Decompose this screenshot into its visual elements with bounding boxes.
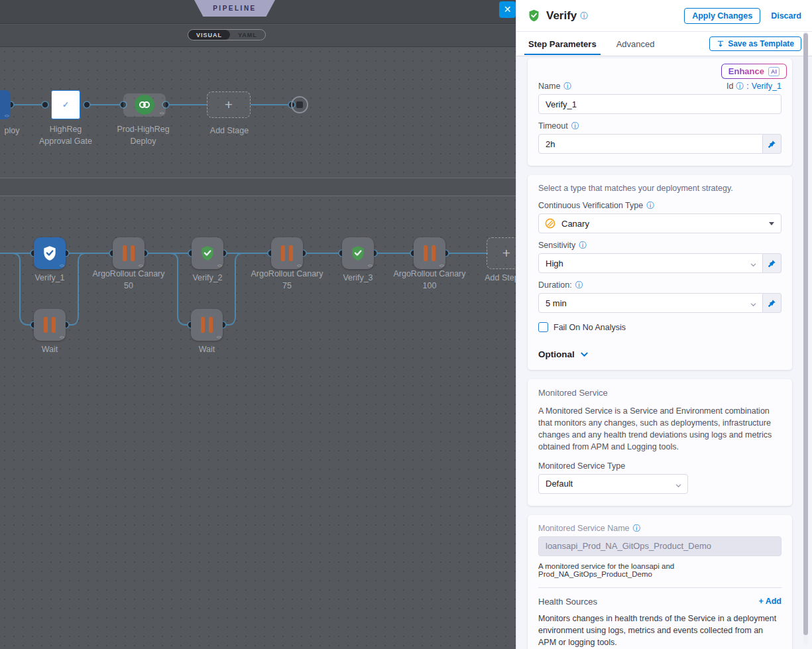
enhance-button[interactable]: Enhance AI [721, 64, 787, 79]
sensitivity-pin-button[interactable] [763, 253, 782, 273]
stage-node-deploy-partial[interactable]: <> [0, 90, 11, 119]
divider [538, 587, 782, 588]
sensitivity-label: Sensitivityⓘ [538, 241, 587, 250]
health-sources-description: Monitors changes in health trends of the… [538, 613, 782, 648]
info-icon[interactable]: ⓘ [633, 524, 641, 532]
apply-changes-button[interactable]: Apply Changes [684, 8, 760, 24]
panel-title: Verify [546, 9, 577, 23]
info-icon[interactable]: ⓘ [580, 12, 588, 20]
discard-link[interactable]: Discard [771, 11, 801, 21]
monitored-service-type-select[interactable] [538, 474, 688, 494]
monitored-service-heading: Monitored Service [538, 388, 782, 398]
duration-select[interactable] [538, 293, 763, 313]
panel-body: Enhance AI Nameⓘ Id ⓘ : Verify_1 [516, 56, 812, 649]
info-icon[interactable]: ⓘ [563, 82, 571, 90]
node-badge-icon: <> [297, 263, 301, 268]
step-node-wait-2[interactable]: <> [191, 309, 223, 341]
pause-icon [201, 317, 213, 333]
stage-label: Add Stage [205, 125, 254, 137]
card-health-sources: Monitored Service Nameⓘ A monitored serv… [528, 515, 792, 649]
info-icon[interactable]: ⓘ [575, 281, 583, 289]
monitored-service-type-label: Monitored Service Type [538, 461, 625, 471]
step-label: Wait [167, 343, 247, 355]
timeout-pin-button[interactable] [763, 134, 782, 154]
duration-pin-button[interactable] [763, 293, 782, 313]
step-label: ArgoRollout Canary 50 [89, 268, 168, 292]
step-node-verify-1[interactable]: <> [34, 237, 66, 269]
verify-shield-icon [41, 245, 58, 262]
step-node-wait-1[interactable]: <> [34, 309, 66, 341]
stage-label: Prod-HighReg Deploy [111, 123, 175, 147]
card-verification-settings: Select a type that matches your deployme… [528, 175, 792, 370]
fail-on-no-analysis-checkbox[interactable] [538, 322, 548, 332]
node-badge-icon: <> [5, 113, 9, 118]
optional-section-toggle[interactable]: Optional [538, 349, 782, 359]
monitored-service-name-helper: A monitored service for the loansapi and… [538, 562, 782, 578]
step-node-verify-3[interactable]: <> [342, 237, 374, 269]
stage-label: ploy [0, 125, 28, 137]
info-icon[interactable]: ⓘ [571, 122, 579, 130]
stage-node-approval-gate[interactable]: ✓ [51, 90, 80, 119]
pause-icon [281, 245, 293, 261]
info-icon[interactable]: ⓘ [579, 241, 587, 249]
add-step-button[interactable]: + [487, 237, 516, 269]
pipeline-studio-app: PIPELINE STUDIO VISUAL YAML [0, 0, 812, 649]
gitops-icon[interactable] [135, 95, 154, 115]
panel-scrollbar[interactable] [803, 32, 808, 645]
id-value-link[interactable]: Verify_1 [752, 82, 782, 91]
timeout-label: Timeoutⓘ [538, 121, 579, 131]
name-input[interactable] [538, 94, 782, 114]
duration-label: Duration:ⓘ [538, 280, 583, 290]
sensitivity-select[interactable] [538, 253, 763, 273]
cv-type-select[interactable] [538, 213, 782, 233]
pin-icon [768, 259, 776, 268]
canary-icon [545, 218, 555, 231]
node-badge-icon: <> [439, 263, 443, 268]
pause-icon [123, 245, 135, 261]
node-badge-icon: <> [217, 263, 221, 268]
add-health-source-link[interactable]: + Add [758, 597, 782, 606]
optional-chevron-icon [580, 350, 589, 359]
panel-header: Verify ⓘ Apply Changes Discard [516, 0, 812, 32]
panel-tabbar: Step Parameters Advanced Save as Templat… [516, 32, 812, 56]
info-icon[interactable]: ⓘ [736, 82, 744, 90]
scrollbar-thumb[interactable] [803, 33, 808, 635]
step-label: Verify_1 [10, 272, 89, 284]
pin-icon [768, 299, 776, 308]
id-label: Id ⓘ : Verify_1 [726, 82, 782, 91]
timeout-input[interactable] [538, 134, 763, 154]
close-icon: ✕ [504, 4, 512, 15]
verify-shield-icon [527, 9, 541, 23]
step-node-argorollout-canary-75[interactable]: <> [271, 237, 303, 269]
verify-shield-icon [199, 245, 216, 262]
step-config-panel: Verify ⓘ Apply Changes Discard Step Para… [516, 0, 812, 649]
add-stage-button[interactable]: + [207, 91, 251, 118]
health-sources-heading: Health Sources [538, 597, 597, 607]
pause-icon [424, 245, 435, 261]
info-icon[interactable]: ⓘ [646, 202, 654, 209]
step-label: Wait [10, 343, 89, 355]
pause-icon [44, 317, 56, 333]
stop-icon [296, 101, 303, 108]
node-badge-icon: <> [160, 111, 164, 115]
step-label: ArgoRollout Canary 75 [247, 268, 327, 292]
tab-advanced[interactable]: Advanced [615, 33, 656, 54]
step-node-verify-2[interactable]: <> [192, 237, 223, 269]
verify-shield-icon [349, 245, 367, 262]
card-step-identity: Enhance AI Nameⓘ Id ⓘ : Verify_1 [528, 58, 792, 166]
cv-type-label: Continuous Verification Typeⓘ [538, 201, 654, 210]
node-badge-icon: <> [217, 335, 221, 339]
plus-icon: + [225, 97, 233, 113]
step-node-argorollout-canary-50[interactable]: <> [113, 237, 145, 269]
step-label: ArgoRollout Canary 100 [390, 268, 469, 292]
pipeline-canvas-region: PIPELINE STUDIO VISUAL YAML [0, 0, 516, 649]
close-panel-button[interactable]: ✕ [499, 1, 516, 18]
save-as-template-button[interactable]: Save as Template [709, 36, 801, 51]
name-label: Nameⓘ [538, 82, 571, 91]
tab-step-parameters[interactable]: Step Parameters [527, 33, 598, 54]
monitored-service-name-label: Monitored Service Nameⓘ [538, 524, 641, 533]
node-badge-icon: <> [60, 335, 64, 339]
step-node-argorollout-canary-100[interactable]: <> [414, 237, 445, 269]
monitored-service-description: A Monitored Service is a Service and Env… [538, 405, 782, 453]
pipeline-end-node [291, 96, 308, 113]
